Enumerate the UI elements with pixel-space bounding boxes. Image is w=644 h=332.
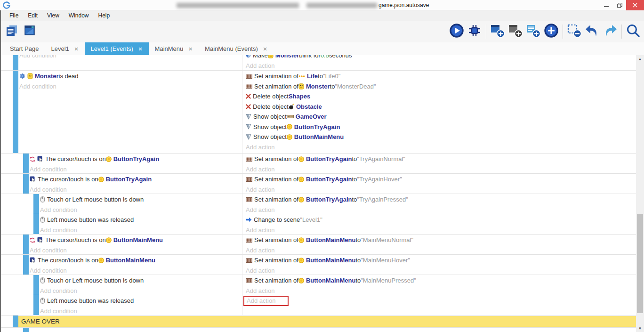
add-action-button[interactable]: Add action <box>246 286 636 295</box>
tab-level1-events[interactable]: Level1 (Events)× <box>85 42 149 55</box>
action-line[interactable]: Set animation of Life to "Life0" <box>246 71 636 81</box>
play-button[interactable] <box>448 23 466 40</box>
tab-start-page[interactable]: Start Page <box>4 42 45 55</box>
action-line[interactable]: Set animation of ButtonTryAgain to "TryA… <box>246 174 636 185</box>
add-condition-button[interactable]: Add condition <box>30 164 242 174</box>
tab-close-icon[interactable]: × <box>188 45 193 52</box>
bomb-icon <box>289 104 294 110</box>
search-button[interactable] <box>624 23 642 40</box>
add-action-button[interactable]: Add action <box>246 266 636 275</box>
coin-icon <box>106 237 112 243</box>
add-condition-button[interactable]: Add condition <box>40 225 242 235</box>
action-line[interactable]: Set animation of ButtonMainMenu to "Main… <box>246 255 636 266</box>
add-action-button[interactable]: Add action <box>246 205 636 214</box>
action-line[interactable]: Show object GameOver <box>246 112 636 122</box>
condition-line[interactable]: The cursor/touch is on ButtonTryAgain <box>30 154 242 164</box>
object-name: ButtonTryAgain <box>306 155 352 162</box>
add-comment-button[interactable] <box>524 23 542 40</box>
redo-button[interactable] <box>601 23 619 40</box>
tab-close-icon[interactable]: × <box>138 45 143 52</box>
add-action-button[interactable]: Add action <box>246 142 636 153</box>
add-condition-button[interactable]: Add condition <box>40 205 242 214</box>
action-line[interactable]: Show object ButtonMainMenu <box>246 132 636 142</box>
add-condition-button[interactable]: Add condition <box>30 245 242 255</box>
minimize-icon <box>604 3 609 8</box>
start-page-button[interactable] <box>21 23 39 40</box>
text: Set animation of <box>254 236 298 243</box>
action-line[interactable]: Make Monster blink for 0.5 seconds <box>246 55 636 61</box>
event-indent-bar[interactable] <box>33 295 39 315</box>
event-indent-bar[interactable] <box>23 328 29 332</box>
scroll-down-icon[interactable]: ▼ <box>636 324 644 332</box>
tab-mainmenu[interactable]: MainMenu× <box>149 42 199 55</box>
project-manager-button[interactable] <box>3 23 21 40</box>
event-indent-bar[interactable] <box>33 194 39 214</box>
menu-item-view[interactable]: View <box>42 12 64 19</box>
maximize-button[interactable] <box>613 0 626 10</box>
add-condition-button[interactable]: Add condition <box>40 306 242 316</box>
menu-item-window[interactable]: Window <box>64 12 94 19</box>
minimize-button[interactable] <box>600 0 613 10</box>
add-condition-button[interactable]: Add condition <box>19 81 242 92</box>
add-action-button[interactable]: Add action <box>246 61 636 71</box>
event-indent-bar[interactable] <box>13 55 18 70</box>
object-name: Monster <box>306 83 330 90</box>
menu-item-file[interactable]: File <box>5 12 23 19</box>
event-indent-bar[interactable] <box>13 71 18 153</box>
tab-close-icon[interactable]: × <box>74 45 79 52</box>
action-line[interactable]: Set animation of ButtonMainMenu to "Main… <box>246 235 636 245</box>
condition-line[interactable]: Left mouse button was released <box>40 215 242 225</box>
toolbar-right-group <box>448 23 642 40</box>
action-line[interactable]: Delete object Obstacle <box>246 102 636 112</box>
project-manager-icon <box>5 24 19 40</box>
add-action-button[interactable]: Add action <box>246 245 636 255</box>
add-event-button[interactable] <box>489 23 507 40</box>
condition-line[interactable]: The cursor/touch is on ButtonMainMenu <box>30 235 242 245</box>
action-line[interactable]: Delete object Shapes <box>246 91 636 102</box>
tab-level1[interactable]: Level1× <box>45 42 84 55</box>
condition-line[interactable]: Left mouse button was released <box>40 296 242 306</box>
event-indent-bar[interactable] <box>13 316 18 327</box>
action-line[interactable]: Set animation of ButtonTryAgain to "TryA… <box>246 154 636 164</box>
add-action-button[interactable]: Add action <box>246 164 636 174</box>
action-line[interactable]: Show object ButtonTryAgain <box>246 122 636 132</box>
add-sub-event-button[interactable] <box>507 23 524 40</box>
event-indent-bar[interactable] <box>33 214 39 234</box>
condition-line[interactable]: Touch or Left mouse button is down <box>40 275 242 286</box>
close-button[interactable] <box>626 0 644 10</box>
condition-line[interactable]: Touch or Left mouse button is down <box>40 194 242 205</box>
action-line[interactable]: Set animation of Monster to "MonsterDead… <box>246 81 636 92</box>
tab-mainmenu-events[interactable]: MainMenu (Events)× <box>199 42 273 55</box>
vertical-scrollbar[interactable]: ▲ ▼ <box>636 55 644 332</box>
title-bar: game.json.autosave <box>0 0 644 10</box>
debug-button[interactable] <box>466 23 483 40</box>
add-condition-button[interactable]: Add condition <box>30 185 242 194</box>
undo-button[interactable] <box>583 23 601 40</box>
condition-gear-icon <box>19 73 25 79</box>
scrollbar-thumb[interactable] <box>637 214 643 313</box>
add-event-menu-button[interactable] <box>542 23 560 40</box>
action-line[interactable]: Change to scene "Level1" <box>246 215 636 225</box>
add-condition-button[interactable]: Add condition <box>19 55 242 61</box>
scroll-up-icon[interactable]: ▲ <box>636 55 644 63</box>
condition-line[interactable]: Monster is dead <box>19 71 242 81</box>
event-indent-bar[interactable] <box>23 235 29 254</box>
delete-selection-button[interactable] <box>565 23 583 40</box>
add-action-button[interactable]: Add action <box>246 185 636 194</box>
add-action-button[interactable]: Add action <box>246 296 636 306</box>
tab-close-icon[interactable]: × <box>263 45 267 52</box>
comment-row[interactable]: GAME OVER <box>1 316 636 328</box>
action-line[interactable]: Set animation of ButtonTryAgain to "TryA… <box>246 194 636 205</box>
event-indent-bar[interactable] <box>33 275 39 295</box>
event-indent-bar[interactable] <box>23 174 29 194</box>
event-indent-bar[interactable] <box>23 154 29 173</box>
condition-line[interactable]: The cursor/touch is on ButtonMainMenu <box>30 255 242 266</box>
condition-line[interactable]: The cursor/touch is on ButtonTryAgain <box>30 174 242 185</box>
event-indent-bar[interactable] <box>23 255 29 275</box>
menu-item-edit[interactable]: Edit <box>23 12 42 19</box>
action-line[interactable]: Set animation of ButtonMainMenu to "Main… <box>246 275 636 286</box>
add-action-button[interactable]: Add action <box>246 225 636 235</box>
menu-item-help[interactable]: Help <box>94 12 115 19</box>
add-condition-button[interactable]: Add condition <box>30 266 242 275</box>
add-condition-button[interactable]: Add condition <box>40 286 242 295</box>
